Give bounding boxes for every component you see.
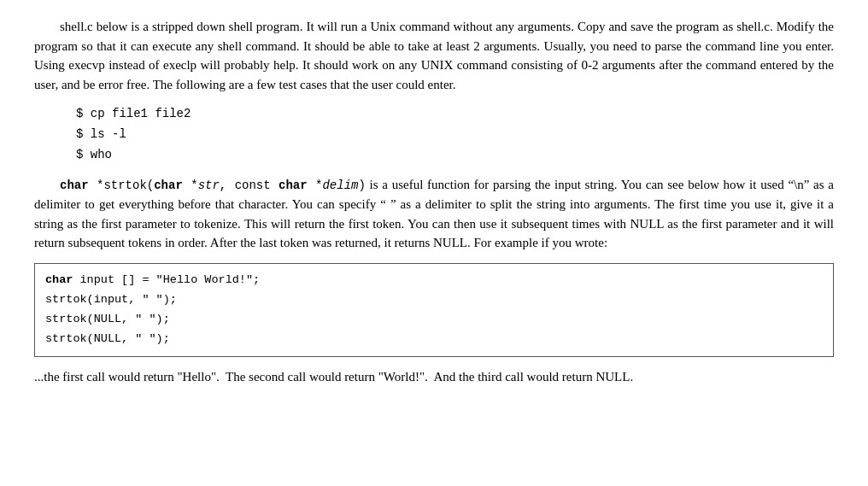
char-keyword: char [60, 179, 89, 192]
code-line-1: char input [] = "Hello World!"; [45, 271, 823, 290]
shell-examples: $ cp file1 file2 $ ls -l $ who [76, 104, 834, 165]
content-wrapper: shell.c below is a stripped down shell p… [34, 17, 834, 386]
code-line-4: strtok(NULL, " "); [45, 330, 823, 349]
char-keyword-2: char [154, 179, 183, 192]
code-block: char input [] = "Hello World!"; strtok(i… [34, 263, 834, 357]
paragraph-3: ...the first call would return "Hello". … [34, 367, 834, 387]
code-line-2: strtok(input, " "); [45, 290, 823, 310]
char-kw: char [45, 273, 73, 286]
strtok-signature: char *strtok(char *str, const char *deli… [60, 179, 366, 192]
paragraph-2: char *strtok(char *str, const char *deli… [34, 175, 834, 253]
code-line-3: strtok(NULL, " "); [45, 310, 823, 330]
paragraph-1: shell.c below is a stripped down shell p… [34, 17, 834, 94]
char-keyword-3: char [279, 179, 308, 192]
example-1: $ cp file1 file2 [76, 104, 834, 125]
example-2: $ ls -l [76, 125, 834, 145]
example-3: $ who [76, 145, 834, 166]
